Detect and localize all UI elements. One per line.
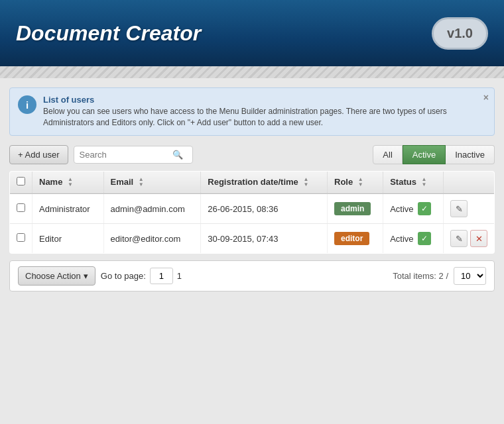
- row-2-status-toggle[interactable]: ✓: [418, 232, 431, 245]
- search-input[interactable]: [80, 150, 172, 160]
- row-1-actions: ✎: [444, 193, 495, 224]
- choose-action-label: Choose Action: [25, 271, 81, 281]
- column-header-email: Email ▲▼: [103, 171, 201, 193]
- row-1-regdate: 26-06-2015, 08:36: [201, 193, 328, 224]
- column-header-role: Role ▲▼: [328, 171, 383, 193]
- version-badge: v1.0: [432, 17, 488, 50]
- role-sort-icon[interactable]: ▲▼: [358, 177, 363, 187]
- row-1-status-toggle[interactable]: ✓: [418, 202, 431, 215]
- goto-page-label: Go to page:: [101, 271, 146, 281]
- table-header-row: Name ▲▼ Email ▲▼ Registration date/time …: [10, 171, 495, 193]
- row-2-name: Editor: [32, 224, 104, 254]
- info-box-text: List of users Below you can see users wh…: [43, 95, 486, 129]
- per-page-select[interactable]: 10 25 50: [454, 267, 486, 285]
- status-sort-icon[interactable]: ▲▼: [422, 177, 427, 187]
- column-header-name: Name ▲▼: [32, 171, 104, 193]
- total-pages-text: 1: [177, 271, 182, 281]
- row-checkbox-cell: [10, 193, 32, 224]
- column-header-actions: [444, 171, 495, 193]
- users-table: Name ▲▼ Email ▲▼ Registration date/time …: [9, 171, 495, 254]
- row-1-email: admin@admin.com: [103, 193, 201, 224]
- row-2-role-badge: editor: [334, 232, 369, 245]
- footer-left: Choose Action ▾ Go to page: 1: [18, 266, 182, 286]
- select-all-checkbox[interactable]: [17, 177, 25, 186]
- filter-active-button[interactable]: Active: [403, 145, 446, 164]
- row-2-status-text: Active: [390, 234, 413, 244]
- filter-group: All Active Inactive: [373, 145, 495, 164]
- table-row: Editor editor@editor.com 30-09-2015, 07:…: [10, 224, 495, 254]
- main-content: i List of users Below you can see users …: [0, 78, 504, 301]
- toolbar: + Add user 🔍 All Active Inactive: [9, 145, 495, 164]
- row-checkbox-cell: [10, 224, 32, 254]
- choose-action-chevron-icon: ▾: [84, 271, 88, 281]
- info-close-button[interactable]: ×: [483, 92, 489, 103]
- column-header-regdate: Registration date/time ▲▼: [201, 171, 328, 193]
- search-box: 🔍: [74, 146, 193, 164]
- row-2-action-icons: ✎ ✕: [450, 230, 487, 247]
- row-2-status: Active ✓: [383, 224, 444, 254]
- row-2-delete-button[interactable]: ✕: [470, 230, 487, 247]
- search-icon: 🔍: [172, 150, 183, 160]
- footer-bar: Choose Action ▾ Go to page: 1 Total item…: [9, 260, 495, 292]
- choose-action-button[interactable]: Choose Action ▾: [18, 266, 95, 286]
- row-1-action-icons: ✎: [450, 200, 487, 217]
- email-sort-icon[interactable]: ▲▼: [139, 177, 144, 187]
- row-1-status: Active ✓: [383, 193, 444, 224]
- row-2-regdate: 30-09-2015, 07:43: [201, 224, 328, 254]
- footer-right: Total items: 2 / 10 25 50: [393, 267, 486, 285]
- info-box: i List of users Below you can see users …: [9, 87, 495, 136]
- row-2-email: editor@editor.com: [103, 224, 201, 254]
- page-number-input[interactable]: [150, 268, 173, 284]
- row-1-status-text: Active: [390, 204, 413, 214]
- info-box-title: List of users: [43, 95, 486, 105]
- row-2-edit-button[interactable]: ✎: [450, 230, 468, 247]
- toolbar-left: + Add user 🔍: [9, 145, 193, 164]
- row-2-checkbox[interactable]: [17, 233, 25, 242]
- goto-page: Go to page: 1: [101, 268, 182, 284]
- column-header-status: Status ▲▼: [383, 171, 444, 193]
- row-1-checkbox[interactable]: [17, 203, 25, 212]
- filter-all-button[interactable]: All: [373, 145, 402, 164]
- row-1-name: Administrator: [32, 193, 104, 224]
- select-all-header: [10, 171, 32, 193]
- row-2-role: editor: [328, 224, 383, 254]
- app-title: Document Creator: [16, 21, 201, 46]
- row-2-status-cell: Active ✓: [390, 232, 436, 245]
- name-sort-icon[interactable]: ▲▼: [68, 177, 73, 187]
- row-2-actions: ✎ ✕: [444, 224, 495, 254]
- table-row: Administrator admin@admin.com 26-06-2015…: [10, 193, 495, 224]
- header-stripe: [0, 66, 504, 78]
- add-user-button[interactable]: + Add user: [9, 145, 68, 164]
- row-1-role-badge: admin: [334, 202, 371, 215]
- row-1-edit-button[interactable]: ✎: [450, 200, 468, 217]
- app-header: Document Creator v1.0: [0, 0, 504, 66]
- info-box-description: Below you can see users who have access …: [43, 106, 486, 129]
- info-icon: i: [18, 95, 36, 114]
- total-items-label: Total items: 2 /: [393, 271, 448, 281]
- row-1-status-cell: Active ✓: [390, 202, 436, 215]
- filter-inactive-button[interactable]: Inactive: [446, 145, 495, 164]
- regdate-sort-icon[interactable]: ▲▼: [303, 177, 308, 187]
- row-1-role: admin: [328, 193, 383, 224]
